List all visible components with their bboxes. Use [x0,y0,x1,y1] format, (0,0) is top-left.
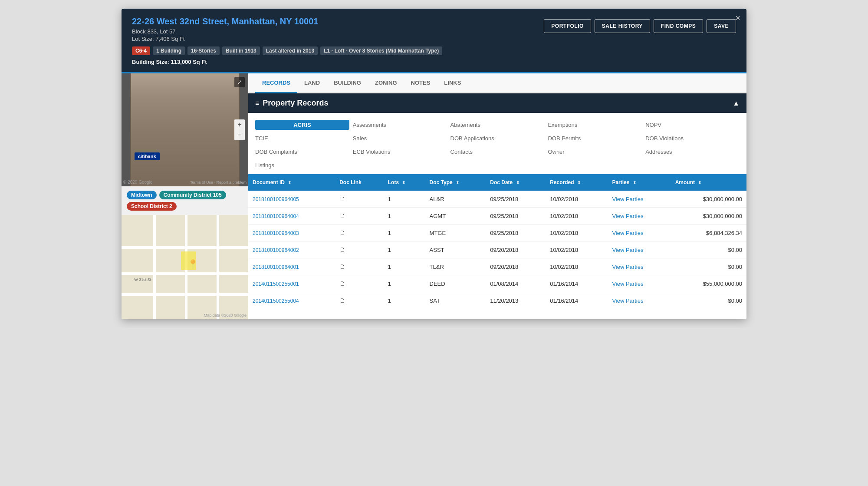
building-count-tag: 1 Building [153,46,185,55]
subnav-dob-complaints[interactable]: DOB Complaints [255,147,349,157]
doc-id-cell: 2014011500255001 [248,275,335,292]
doc-id-cell: 2018100100964002 [248,241,335,258]
subnav-dob-permits[interactable]: DOB Permits [548,133,642,143]
subnav-listings[interactable]: Listings [255,160,349,170]
doc-id-link[interactable]: 2014011500255001 [253,281,299,287]
subnav-assessments[interactable]: Assessments [353,120,447,130]
midtown-tag[interactable]: Midtown [127,191,157,199]
doc-date-cell: 09/25/2018 [486,208,546,225]
tab-records[interactable]: RECORDS [255,73,297,93]
doc-id-link[interactable]: 2014011500255004 [253,298,299,304]
doc-file-icon[interactable]: 🗋 [339,280,345,287]
tab-land[interactable]: LAND [297,73,327,93]
doc-file-icon[interactable]: 🗋 [339,195,345,202]
stories-tag: 16-Stories [187,46,220,55]
zoning-tag: C6-4 [132,46,150,55]
records-table-wrapper: Document ID ⬍ Doc Link Lots ⬍ [248,174,746,309]
header: 22-26 West 32nd Street, Manhattan, NY 10… [122,9,746,72]
records-table: Document ID ⬍ Doc Link Lots ⬍ [248,174,746,309]
zoom-in-button[interactable]: + [234,119,245,130]
table-row: 2014011500255004 🗋 1 SAT 11/20/2013 01/1… [248,292,746,309]
doc-link-header[interactable]: Doc Link [335,174,384,191]
subnav-ecb-violations[interactable]: ECB Violations [353,147,447,157]
subnav-sales[interactable]: Sales [353,133,447,143]
doc-id-link[interactable]: 2018100100964003 [253,230,299,236]
tab-bar: RECORDS LAND BUILDING ZONING NOTES LINKS [248,73,746,93]
doc-type-cell: TL&R [425,258,486,275]
doc-type-cell: ASST [425,241,486,258]
subnav-owner[interactable]: Owner [548,147,642,157]
altered-year-tag: Last altered in 2013 [263,46,318,55]
view-parties-link[interactable]: View Parties [612,213,643,219]
subnav-addresses[interactable]: Addresses [645,147,740,157]
building-size: Building Size: 113,000 Sq Ft [132,59,442,65]
subnav-dob-applications[interactable]: DOB Applications [450,133,545,143]
google-logo: © 2020 Google [123,180,152,185]
collapse-icon[interactable]: ▲ [733,99,740,107]
doc-id-link[interactable]: 2018100100964002 [253,247,299,253]
sort-arrows-amount: ⬍ [698,180,701,185]
subnav-exemptions[interactable]: Exemptions [548,120,642,130]
doc-file-icon[interactable]: 🗋 [339,229,345,236]
doc-link-cell: 🗋 [335,225,384,241]
close-button[interactable]: × [735,13,740,23]
view-parties-link[interactable]: View Parties [612,264,643,270]
tab-notes[interactable]: NOTES [404,73,437,93]
amount-cell: $0.00 [671,292,746,309]
main-modal: × 22-26 West 32nd Street, Manhattan, NY … [122,9,746,319]
doc-id-link[interactable]: 2018100100964004 [253,213,299,219]
amount-header[interactable]: Amount ⬍ [671,174,746,191]
view-parties-link[interactable]: View Parties [612,196,643,202]
community-district-tag[interactable]: Community District 105 [159,191,226,199]
mini-map[interactable]: 📍 W 31st St Map data ©2020 Google [122,215,248,319]
expand-icon[interactable]: ⤢ [234,77,245,87]
subnav-nopv[interactable]: NOPV [645,120,740,130]
doc-file-icon[interactable]: 🗋 [339,263,345,270]
recorded-cell: 10/02/2018 [546,258,608,275]
citibank-sign: citibank [135,152,160,160]
block-lot: Block 833, Lot 57 [132,28,442,35]
action-buttons: PORTFOLIO SALE HISTORY FIND COMPS SAVE [544,19,736,33]
school-district-tag[interactable]: School District 2 [127,202,177,211]
view-parties-link[interactable]: View Parties [612,298,643,304]
table-row: 2018100100964001 🗋 1 TL&R 09/20/2018 10/… [248,258,746,275]
doc-file-icon[interactable]: 🗋 [339,297,345,304]
tab-links[interactable]: LINKS [437,73,468,93]
recorded-cell: 10/02/2018 [546,241,608,258]
recorded-header[interactable]: Recorded ⬍ [546,174,608,191]
sale-history-button[interactable]: SALE HISTORY [595,19,650,33]
sort-arrows-doc-id: ⬍ [288,180,291,185]
parties-header[interactable]: Parties ⬍ [608,174,671,191]
doc-id-cell: 2014011500255004 [248,292,335,309]
map-footer: Map data ©2020 Google [204,313,247,317]
view-parties-link[interactable]: View Parties [612,281,643,287]
document-id-header[interactable]: Document ID ⬍ [248,174,335,191]
save-button[interactable]: SAVE [707,19,736,33]
subnav-dob-violations[interactable]: DOB Violations [645,133,740,143]
doc-date-header[interactable]: Doc Date ⬍ [486,174,546,191]
view-parties-link[interactable]: View Parties [612,247,643,253]
doc-type-header[interactable]: Doc Type ⬍ [425,174,486,191]
doc-file-icon[interactable]: 🗋 [339,212,345,219]
find-comps-button[interactable]: FIND COMPS [654,19,703,33]
zoom-out-button[interactable]: − [234,130,245,140]
property-tags: C6-4 1 Building 16-Stories Built in 1913… [132,46,442,55]
street-view-terms: Terms of Use · Report a problem [190,180,247,185]
subnav-contacts[interactable]: Contacts [450,147,545,157]
lots-cell: 1 [384,191,425,208]
doc-file-icon[interactable]: 🗋 [339,246,345,253]
view-parties-link[interactable]: View Parties [612,230,643,236]
subnav-tcie[interactable]: TCIE [255,133,349,143]
doc-id-link[interactable]: 2018100100964005 [253,196,299,202]
subnav-abatements[interactable]: Abatements [450,120,545,130]
lots-header[interactable]: Lots ⬍ [384,174,425,191]
table-row: 2018100100964003 🗋 1 MTGE 09/25/2018 10/… [248,225,746,241]
portfolio-button[interactable]: PORTFOLIO [544,19,591,33]
lots-cell: 1 [384,225,425,241]
doc-type-cell: SAT [425,292,486,309]
tab-zoning[interactable]: ZONING [368,73,404,93]
doc-id-link[interactable]: 2018100100964001 [253,264,299,270]
tab-building[interactable]: BUILDING [327,73,368,93]
doc-date-cell: 01/08/2014 [486,275,546,292]
subnav-acris[interactable]: ACRIS [255,120,349,130]
